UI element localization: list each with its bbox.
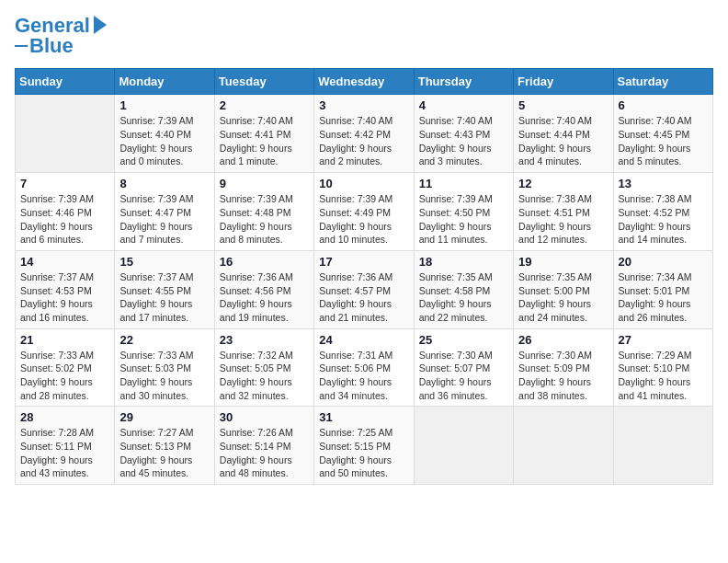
day-info: Sunrise: 7:40 AM Sunset: 4:42 PM Dayligh… bbox=[319, 114, 408, 168]
calendar-cell bbox=[16, 95, 115, 173]
calendar-cell: 21Sunrise: 7:33 AM Sunset: 5:02 PM Dayli… bbox=[16, 328, 115, 407]
day-number: 31 bbox=[319, 410, 408, 424]
day-info: Sunrise: 7:28 AM Sunset: 5:11 PM Dayligh… bbox=[20, 426, 109, 480]
day-info: Sunrise: 7:39 AM Sunset: 4:49 PM Dayligh… bbox=[319, 192, 408, 247]
day-info: Sunrise: 7:40 AM Sunset: 4:43 PM Dayligh… bbox=[419, 114, 508, 168]
day-number: 2 bbox=[220, 98, 309, 112]
day-number: 29 bbox=[119, 410, 209, 424]
day-info: Sunrise: 7:40 AM Sunset: 4:45 PM Dayligh… bbox=[619, 114, 708, 168]
day-info: Sunrise: 7:39 AM Sunset: 4:48 PM Dayligh… bbox=[220, 192, 309, 247]
day-number: 17 bbox=[319, 255, 408, 269]
logo-arrow-icon bbox=[94, 16, 107, 34]
calendar-cell: 7Sunrise: 7:39 AM Sunset: 4:46 PM Daylig… bbox=[16, 173, 115, 251]
day-number: 19 bbox=[518, 255, 608, 269]
day-number: 22 bbox=[119, 333, 209, 347]
calendar-cell: 18Sunrise: 7:35 AM Sunset: 4:58 PM Dayli… bbox=[414, 250, 513, 328]
calendar-cell: 24Sunrise: 7:31 AM Sunset: 5:06 PM Dayli… bbox=[314, 328, 414, 407]
calendar-cell: 20Sunrise: 7:34 AM Sunset: 5:01 PM Dayli… bbox=[613, 250, 712, 328]
day-info: Sunrise: 7:39 AM Sunset: 4:50 PM Dayligh… bbox=[419, 192, 508, 247]
day-number: 14 bbox=[20, 255, 109, 269]
day-info: Sunrise: 7:34 AM Sunset: 5:01 PM Dayligh… bbox=[619, 270, 708, 325]
day-info: Sunrise: 7:37 AM Sunset: 4:53 PM Dayligh… bbox=[20, 270, 109, 325]
weekday-header-cell: Tuesday bbox=[214, 69, 313, 95]
calendar-table: SundayMondayTuesdayWednesdayThursdayFrid… bbox=[15, 68, 713, 485]
day-info: Sunrise: 7:38 AM Sunset: 4:51 PM Dayligh… bbox=[518, 192, 608, 247]
calendar-cell: 12Sunrise: 7:38 AM Sunset: 4:51 PM Dayli… bbox=[514, 173, 613, 251]
day-info: Sunrise: 7:35 AM Sunset: 5:00 PM Dayligh… bbox=[518, 270, 608, 325]
calendar-cell: 14Sunrise: 7:37 AM Sunset: 4:53 PM Dayli… bbox=[16, 250, 115, 328]
day-info: Sunrise: 7:29 AM Sunset: 5:10 PM Dayligh… bbox=[619, 349, 708, 403]
logo: General Blue bbox=[15, 15, 107, 57]
day-number: 20 bbox=[619, 255, 708, 269]
day-info: Sunrise: 7:33 AM Sunset: 5:03 PM Dayligh… bbox=[119, 349, 209, 403]
day-number: 25 bbox=[419, 333, 508, 347]
day-info: Sunrise: 7:38 AM Sunset: 4:52 PM Dayligh… bbox=[619, 192, 708, 247]
day-info: Sunrise: 7:40 AM Sunset: 4:44 PM Dayligh… bbox=[518, 114, 608, 168]
calendar-cell bbox=[514, 407, 613, 485]
calendar-cell: 16Sunrise: 7:36 AM Sunset: 4:56 PM Dayli… bbox=[214, 250, 313, 328]
calendar-cell: 5Sunrise: 7:40 AM Sunset: 4:44 PM Daylig… bbox=[514, 95, 613, 173]
day-number: 13 bbox=[619, 177, 708, 190]
logo-text-line2: Blue bbox=[29, 35, 74, 57]
day-info: Sunrise: 7:30 AM Sunset: 5:09 PM Dayligh… bbox=[518, 349, 608, 403]
calendar-cell: 23Sunrise: 7:32 AM Sunset: 5:05 PM Dayli… bbox=[214, 328, 313, 407]
day-info: Sunrise: 7:37 AM Sunset: 4:55 PM Dayligh… bbox=[119, 270, 209, 325]
weekday-header-cell: Monday bbox=[115, 69, 214, 95]
day-number: 15 bbox=[119, 255, 209, 269]
calendar-week-row: 7Sunrise: 7:39 AM Sunset: 4:46 PM Daylig… bbox=[16, 173, 713, 251]
day-number: 7 bbox=[20, 177, 109, 190]
calendar-body: 1Sunrise: 7:39 AM Sunset: 4:40 PM Daylig… bbox=[16, 95, 713, 485]
day-info: Sunrise: 7:39 AM Sunset: 4:47 PM Dayligh… bbox=[119, 192, 209, 247]
calendar-cell: 2Sunrise: 7:40 AM Sunset: 4:41 PM Daylig… bbox=[214, 95, 313, 173]
calendar-cell: 8Sunrise: 7:39 AM Sunset: 4:47 PM Daylig… bbox=[115, 173, 214, 251]
day-number: 1 bbox=[119, 98, 209, 112]
day-info: Sunrise: 7:25 AM Sunset: 5:15 PM Dayligh… bbox=[319, 426, 408, 480]
calendar-cell: 28Sunrise: 7:28 AM Sunset: 5:11 PM Dayli… bbox=[16, 407, 115, 485]
day-number: 12 bbox=[518, 177, 608, 190]
calendar-cell: 30Sunrise: 7:26 AM Sunset: 5:14 PM Dayli… bbox=[214, 407, 313, 485]
day-number: 18 bbox=[419, 255, 508, 269]
day-number: 27 bbox=[619, 333, 708, 347]
weekday-header-cell: Wednesday bbox=[314, 69, 414, 95]
day-number: 28 bbox=[20, 410, 109, 424]
calendar-cell: 1Sunrise: 7:39 AM Sunset: 4:40 PM Daylig… bbox=[115, 95, 214, 173]
calendar-cell: 25Sunrise: 7:30 AM Sunset: 5:07 PM Dayli… bbox=[414, 328, 513, 407]
day-number: 11 bbox=[419, 177, 508, 190]
day-info: Sunrise: 7:32 AM Sunset: 5:05 PM Dayligh… bbox=[220, 349, 309, 403]
day-number: 26 bbox=[518, 333, 608, 347]
weekday-header-cell: Saturday bbox=[613, 69, 712, 95]
calendar-cell: 3Sunrise: 7:40 AM Sunset: 4:42 PM Daylig… bbox=[314, 95, 414, 173]
calendar-cell: 29Sunrise: 7:27 AM Sunset: 5:13 PM Dayli… bbox=[115, 407, 214, 485]
calendar-cell: 17Sunrise: 7:36 AM Sunset: 4:57 PM Dayli… bbox=[314, 250, 414, 328]
day-info: Sunrise: 7:26 AM Sunset: 5:14 PM Dayligh… bbox=[220, 426, 309, 480]
calendar-week-row: 14Sunrise: 7:37 AM Sunset: 4:53 PM Dayli… bbox=[16, 250, 713, 328]
calendar-cell: 31Sunrise: 7:25 AM Sunset: 5:15 PM Dayli… bbox=[314, 407, 414, 485]
calendar-cell: 10Sunrise: 7:39 AM Sunset: 4:49 PM Dayli… bbox=[314, 173, 414, 251]
calendar-week-row: 21Sunrise: 7:33 AM Sunset: 5:02 PM Dayli… bbox=[16, 328, 713, 407]
day-info: Sunrise: 7:31 AM Sunset: 5:06 PM Dayligh… bbox=[319, 349, 408, 403]
day-number: 5 bbox=[518, 98, 608, 112]
page-header: General Blue bbox=[15, 15, 713, 57]
weekday-header-cell: Sunday bbox=[16, 69, 115, 95]
calendar-cell bbox=[613, 407, 712, 485]
calendar-cell: 22Sunrise: 7:33 AM Sunset: 5:03 PM Dayli… bbox=[115, 328, 214, 407]
day-number: 24 bbox=[319, 333, 408, 347]
day-number: 16 bbox=[220, 255, 309, 269]
day-number: 23 bbox=[220, 333, 309, 347]
day-info: Sunrise: 7:39 AM Sunset: 4:40 PM Dayligh… bbox=[119, 114, 209, 168]
weekday-header-cell: Thursday bbox=[414, 69, 513, 95]
day-number: 6 bbox=[619, 98, 708, 112]
day-number: 8 bbox=[119, 177, 209, 190]
day-number: 4 bbox=[419, 98, 508, 112]
day-info: Sunrise: 7:27 AM Sunset: 5:13 PM Dayligh… bbox=[119, 426, 209, 480]
day-info: Sunrise: 7:40 AM Sunset: 4:41 PM Dayligh… bbox=[220, 114, 309, 168]
calendar-cell: 27Sunrise: 7:29 AM Sunset: 5:10 PM Dayli… bbox=[613, 328, 712, 407]
calendar-cell: 13Sunrise: 7:38 AM Sunset: 4:52 PM Dayli… bbox=[613, 173, 712, 251]
day-info: Sunrise: 7:39 AM Sunset: 4:46 PM Dayligh… bbox=[20, 192, 109, 247]
day-number: 10 bbox=[319, 177, 408, 190]
day-info: Sunrise: 7:30 AM Sunset: 5:07 PM Dayligh… bbox=[419, 349, 508, 403]
calendar-cell: 15Sunrise: 7:37 AM Sunset: 4:55 PM Dayli… bbox=[115, 250, 214, 328]
day-info: Sunrise: 7:36 AM Sunset: 4:56 PM Dayligh… bbox=[220, 270, 309, 325]
day-number: 9 bbox=[220, 177, 309, 190]
calendar-cell: 19Sunrise: 7:35 AM Sunset: 5:00 PM Dayli… bbox=[514, 250, 613, 328]
